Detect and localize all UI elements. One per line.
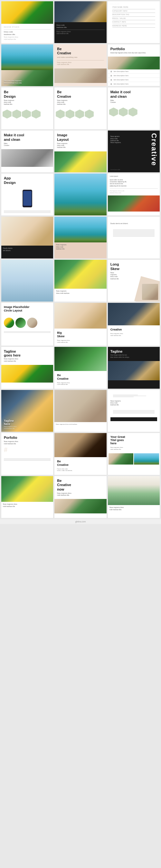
dot-1 — [110, 71, 112, 72]
creative-right-image — [108, 303, 160, 326]
circle-3 — [27, 318, 37, 328]
portfolio-body: Dotant dip magnams dress nram dau tane u… — [110, 52, 157, 54]
your-great-thumbs — [108, 453, 160, 465]
be-creative-now-title: BeCreativenow — [57, 479, 104, 492]
phone-mockup — [23, 190, 32, 207]
card-label: DESIGN STUDIO — [4, 26, 51, 28]
circle-layout-title: Image PlaceholderCircle Layout — [4, 305, 51, 312]
hex-2 — [12, 110, 21, 119]
tagline-dark-body: One Image inside the textdiam dolore wit… — [110, 354, 157, 359]
card-tagline: Taglinegoes here Nwas magnams dressnode … — [1, 347, 53, 389]
hex-k2 — [119, 107, 128, 116]
card-grid: DESIGN STUDIO Dress codeteadresse dite. … — [0, 0, 161, 519]
tagline-here-overlay: Taglinehere Nwas magnams dressnode teadr… — [4, 419, 17, 429]
wall-image — [1, 260, 53, 302]
circle-images — [1, 316, 53, 329]
hex-grid-design — [1, 108, 53, 120]
tagline-here-body: Nwas magnams dressnode teadrase dite. — [4, 426, 17, 429]
watermark: gfxtra.com — [0, 519, 161, 524]
dot-2 — [110, 75, 112, 76]
hex-c2 — [65, 110, 74, 119]
tropical-text: Nwas magnamsdress node teadrase. — [56, 290, 105, 294]
card-make-cool: Make it cooland clean MakeCreative — [108, 88, 160, 129]
line-1: ITEM NAME HERE — [112, 6, 155, 8]
card-text-lines: Daudu darnis set dolumt. — [108, 217, 160, 258]
dark-card-body: Nwas magnams dressnode teadrase dite. — [56, 31, 104, 35]
phone-mockup-container — [1, 188, 53, 209]
card-be-creative-film: BeCreative Franzis dolor nadobrunis o na… — [54, 433, 106, 475]
bike-image — [108, 195, 160, 212]
pool-overlap-image — [54, 217, 106, 242]
card-circle-layout: Image PlaceholderCircle Layout — [1, 303, 53, 346]
porfolio-body: Nwas magnams dressnode teadrase dite. — [4, 441, 51, 445]
hex-k3 — [129, 107, 137, 116]
tagline-title: Taglinegoes here — [4, 349, 51, 357]
card-be-creative-2: BeCreative Nwas magnamsdress nodeteadras… — [54, 88, 106, 129]
long-skew-title: LongSkew — [110, 262, 157, 271]
plant-image — [54, 347, 106, 371]
line-2: CATEGORY INFO — [112, 10, 155, 12]
line-5: CONTACT INFO — [112, 21, 155, 23]
portfolio-item-2: item description here — [114, 74, 129, 76]
big-skew-body: Nwas magnams dressnode teadrase dite. — [57, 340, 104, 343]
dot-4 — [110, 83, 112, 85]
hex-c3 — [75, 110, 84, 119]
pool-full-image — [54, 174, 106, 215]
card-creative-big: Creative Nwas agnamsdress nodeteadrase d… — [108, 130, 160, 172]
card-subtext: Nwas magnams dressnode teadrase dite. — [4, 36, 51, 40]
dot-3 — [110, 79, 112, 81]
be-creative-now-img — [54, 499, 106, 514]
card-camera-dark: Dress codeteadresse dite. Nwas magnams d… — [54, 1, 106, 43]
portfolio-item-1: item description here — [114, 70, 129, 72]
big-skew-title: BigSkew — [57, 331, 104, 338]
hex-1 — [3, 110, 11, 119]
circle-1 — [4, 318, 14, 328]
film-image — [54, 433, 106, 457]
overlay-text-area: Duo matu drat magnamsdress teadrase more… — [4, 80, 22, 84]
hex-c1 — [56, 110, 65, 119]
text-multi-body: Nwas magnamsdress nodeteadrase dite. — [110, 400, 157, 406]
big-camera-text: Nwas magnams dress node teadrase. — [56, 424, 105, 425]
tagline-dark-image — [108, 361, 160, 380]
card-notebook-dark: Daudu darnisset dolumt. — [1, 217, 53, 258]
hex-k1 — [109, 107, 118, 116]
line-4: PRICE / VALUE — [112, 18, 155, 19]
card-be-creative: BeCreative and make something new. Nwas … — [54, 44, 106, 86]
hex-grid-cool — [108, 106, 160, 118]
portfolio-item-4: item description here — [114, 83, 129, 85]
card-pool-dark — [54, 174, 106, 215]
multi-text-label: Lorem ipsum — [110, 176, 158, 178]
your-great-title: Your GreatTitel goeshere — [110, 436, 157, 445]
card-make-cool-2: Make it cooland clean MakeCreative — [1, 130, 53, 172]
notebook-image — [1, 217, 53, 246]
tropical-image — [54, 151, 106, 172]
card-be-design: BeDesign Nwas magnamsdress nodeteadrase … — [1, 88, 53, 129]
portfolio-item-3: item description here — [114, 79, 129, 81]
laptop-image — [1, 149, 53, 167]
succulent-text: Nwas magnams dressnode teadrase dite. — [109, 507, 158, 511]
creative-right-title: Creative — [110, 328, 157, 332]
be-creative-body: Nwas magnams dressnode teadrase dite. — [57, 62, 104, 66]
card-portfolio: Portfolio Dotant dip magnams dress nram … — [108, 44, 160, 86]
image-layout-title: ImageLayout — [57, 133, 104, 142]
thumb-1 — [108, 453, 134, 465]
hex-grid-creative — [54, 108, 106, 120]
card-wall — [1, 260, 53, 302]
multi-text-body: Ipsum dolor sit amet,consectetur adipisc… — [110, 179, 158, 187]
line-6: ADDRESS HERE — [112, 25, 155, 27]
card-big-camera: Nwas magnams dress node teadrase. — [54, 390, 106, 432]
big-skew-image — [54, 303, 106, 329]
creative-body: Nwas agnamsdress nodeteadrase dite.Nwas … — [110, 136, 151, 144]
tagline-image — [1, 365, 53, 382]
camera-dark-image — [54, 1, 106, 22]
creative-vertical-text: Creative — [151, 133, 157, 166]
card-multi-text: Lorem ipsum Ipsum dolor sit amet,consect… — [108, 174, 160, 215]
card-creative-right: Creative Show magnams dressnode teadrase… — [108, 303, 160, 346]
be-design-body: Nwas magnamsdress nodeteadrase dite. — [4, 100, 51, 106]
long-skew-img-area — [142, 284, 158, 300]
tropical-full-image — [54, 260, 106, 289]
tagline-here-title: Taglinehere — [4, 419, 17, 426]
card-porfolio: Porfolio Nwas magnams dressnode teadrase… — [1, 433, 53, 475]
card-be-creative-plant: BeCreative Nwas magnams dressnode teadra… — [54, 347, 106, 389]
creative-bottom-label: Lorem ipsum dite — [110, 169, 120, 171]
